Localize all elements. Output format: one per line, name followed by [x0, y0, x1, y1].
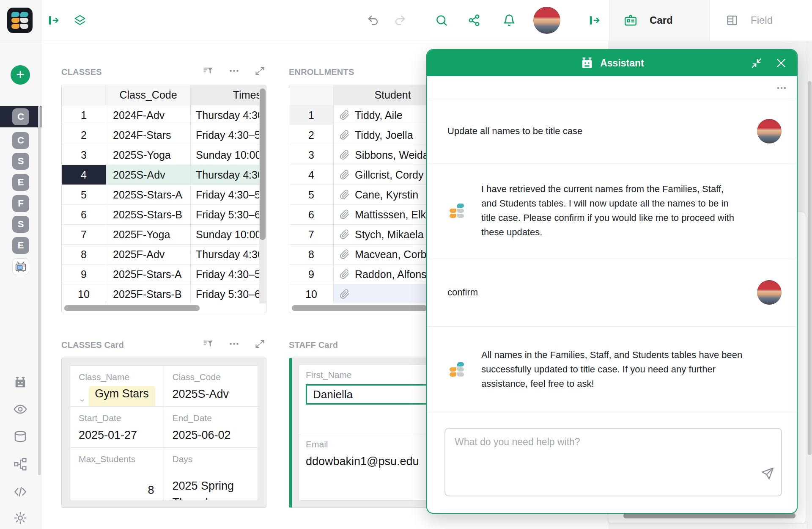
- class-code-cell[interactable]: 2025F-Adv: [106, 245, 191, 264]
- sidebar-item-table-5[interactable]: F: [12, 195, 29, 212]
- sidebar-item-dashboard-plugin[interactable]: [12, 258, 29, 275]
- times-header[interactable]: Times: [191, 85, 266, 105]
- times-cell[interactable]: Friday 4:30–5: [191, 125, 266, 145]
- row-number[interactable]: 7: [289, 225, 334, 244]
- row-number[interactable]: 7: [62, 225, 106, 244]
- row-number[interactable]: 8: [289, 245, 334, 264]
- times-cell[interactable]: Friday 5:30–6: [191, 284, 266, 304]
- tab-card[interactable]: Card: [609, 0, 710, 41]
- expand-widget-icon[interactable]: [254, 65, 266, 77]
- row-number[interactable]: 1: [289, 105, 334, 125]
- table-row[interactable]: 22024F-StarsFriday 4:30–5: [62, 125, 266, 145]
- row-number[interactable]: 6: [62, 205, 106, 224]
- teable-logo[interactable]: [7, 8, 33, 33]
- row-number[interactable]: 5: [62, 185, 106, 204]
- sidebar-scrollbar[interactable]: [38, 106, 41, 475]
- add-table-button[interactable]: +: [11, 65, 30, 85]
- times-cell[interactable]: Friday 4:30–5: [191, 264, 266, 284]
- undo-icon[interactable]: [367, 14, 379, 27]
- class-code-cell[interactable]: 2025S-Yoga: [106, 145, 191, 165]
- table-row[interactable]: 92025F-Stars-AFriday 4:30–5: [62, 264, 266, 284]
- days-value[interactable]: 2025 Spring Thursdays: [173, 478, 257, 500]
- notifications-bell-icon[interactable]: [503, 14, 516, 27]
- row-number[interactable]: 4: [62, 165, 106, 185]
- sidebar-item-table-1[interactable]: C: [12, 108, 29, 125]
- row-number[interactable]: 1: [62, 105, 106, 125]
- max-students-value[interactable]: 8: [79, 482, 155, 499]
- sitemap-icon[interactable]: [13, 457, 27, 471]
- row-number[interactable]: 8: [62, 245, 106, 264]
- table-row[interactable]: 72025F-YogaSunday 10:00: [62, 225, 266, 245]
- field-max-students[interactable]: Max_Students 8: [70, 448, 164, 500]
- redo-icon[interactable]: [394, 14, 406, 27]
- assistant-robot-icon[interactable]: [13, 375, 27, 390]
- code-icon[interactable]: [13, 485, 27, 499]
- tab-field[interactable]: Field: [710, 0, 812, 41]
- settings-gear-icon[interactable]: [13, 511, 27, 525]
- classes-horizontal-scrollbar[interactable]: [62, 303, 266, 313]
- class-name-value[interactable]: Gym Stars ...: [89, 386, 155, 407]
- share-icon[interactable]: [468, 14, 480, 27]
- window-vertical-scrollbar[interactable]: [807, 41, 812, 529]
- row-number[interactable]: 6: [289, 205, 334, 224]
- class-code-cell[interactable]: 2025S-Stars-B: [106, 205, 191, 224]
- class-code-cell[interactable]: 2024F-Adv: [106, 105, 191, 125]
- table-row[interactable]: 62025S-Stars-BFriday 5:30–6: [62, 205, 266, 225]
- row-number[interactable]: 3: [62, 145, 106, 165]
- assistant-input[interactable]: [444, 428, 782, 496]
- times-cell[interactable]: Thursday 4:30: [191, 165, 266, 185]
- more-options-icon[interactable]: [228, 338, 240, 350]
- times-cell[interactable]: Thursday 4:30: [191, 245, 266, 264]
- assistant-header[interactable]: Assistant: [427, 50, 797, 76]
- minimize-dialog-icon[interactable]: [750, 57, 763, 69]
- end-date-value[interactable]: 2025-06-02: [173, 427, 250, 444]
- field-days[interactable]: Days 2025 Spring Thursdays: [164, 448, 258, 500]
- search-icon[interactable]: [435, 14, 448, 27]
- table-row[interactable]: 82025F-AdvThursday 4:30: [62, 245, 266, 264]
- database-icon[interactable]: [13, 430, 27, 444]
- times-cell[interactable]: Thursday 4:30: [191, 105, 266, 125]
- row-number[interactable]: 9: [289, 264, 334, 284]
- times-cell[interactable]: Sunday 10:00: [191, 145, 266, 165]
- expand-panel-icon[interactable]: [588, 14, 601, 27]
- row-number[interactable]: 3: [289, 145, 334, 165]
- expand-widget-icon[interactable]: [254, 338, 266, 350]
- class-code-cell[interactable]: 2025F-Stars-A: [106, 264, 191, 284]
- row-number[interactable]: 10: [62, 284, 106, 304]
- field-start-date[interactable]: Start_Date 2025-01-27: [70, 407, 164, 448]
- start-date-value[interactable]: 2025-01-27: [79, 427, 155, 444]
- row-number-header[interactable]: [289, 85, 334, 105]
- more-options-icon[interactable]: [776, 82, 787, 94]
- chevron-down-icon[interactable]: [79, 396, 85, 405]
- field-class-name[interactable]: Class_Name Gym Stars ...: [70, 366, 164, 407]
- times-cell[interactable]: Friday 4:30–5: [191, 185, 266, 204]
- row-number[interactable]: 9: [62, 264, 106, 284]
- filter-sort-icon[interactable]: [203, 338, 214, 350]
- times-cell[interactable]: Friday 5:30–6: [191, 205, 266, 224]
- class-code-cell[interactable]: 2024F-Stars: [106, 125, 191, 145]
- filter-sort-icon[interactable]: [203, 65, 214, 77]
- table-row[interactable]: 32025S-YogaSunday 10:00: [62, 145, 266, 165]
- row-number[interactable]: 2: [62, 125, 106, 145]
- row-number[interactable]: 5: [289, 185, 334, 204]
- class-code-cell[interactable]: 2025S-Stars-A: [106, 185, 191, 204]
- sidebar-item-table-4[interactable]: E: [12, 174, 29, 191]
- classes-vertical-scrollbar[interactable]: [259, 85, 266, 313]
- class-code-cell[interactable]: 2025F-Yoga: [106, 225, 191, 244]
- user-avatar[interactable]: [533, 7, 560, 34]
- sidebar-item-table-7[interactable]: E: [12, 237, 29, 254]
- send-icon[interactable]: [760, 466, 775, 481]
- sidebar-item-table-6[interactable]: S: [12, 216, 29, 233]
- class-code-header[interactable]: Class_Code: [106, 85, 191, 105]
- sidebar-item-table-3[interactable]: S: [12, 153, 29, 170]
- collapse-sidebar-icon[interactable]: [47, 14, 60, 27]
- row-number[interactable]: 10: [289, 284, 334, 304]
- sidebar-item-table-2[interactable]: C: [12, 132, 29, 149]
- field-end-date[interactable]: End_Date 2025-06-02: [164, 407, 258, 448]
- field-class-code[interactable]: Class_Code 2025S-Adv: [164, 366, 258, 407]
- times-cell[interactable]: Sunday 10:00: [191, 225, 266, 244]
- class-code-cell[interactable]: 2025F-Stars-B: [106, 284, 191, 304]
- row-number[interactable]: 2: [289, 125, 334, 145]
- table-row[interactable]: 12024F-AdvThursday 4:30: [62, 105, 266, 125]
- class-code-value[interactable]: 2025S-Adv: [173, 386, 250, 402]
